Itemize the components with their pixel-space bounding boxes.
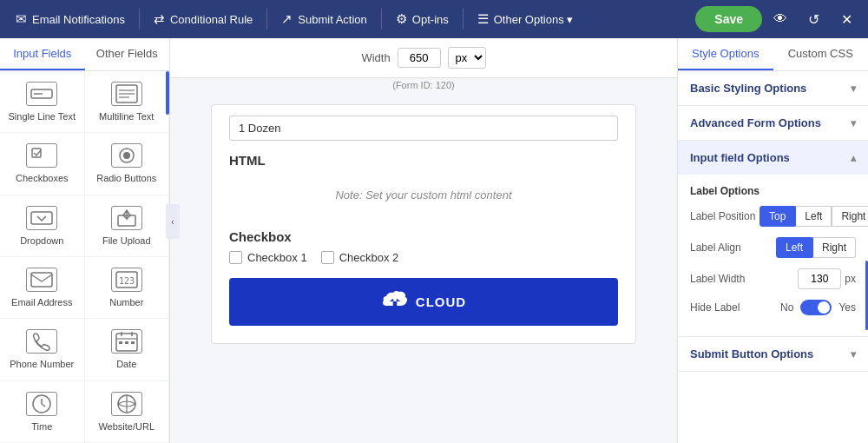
checkbox-item-1[interactable]: Checkbox 1	[229, 251, 307, 264]
field-time[interactable]: Time	[0, 381, 85, 443]
accordion-input-field-arrow: ▴	[851, 152, 856, 164]
single-line-text-icon	[26, 82, 57, 106]
hide-label-row: Hide Label No Yes	[690, 300, 856, 315]
field-multiline-text[interactable]: Multiline Text	[85, 71, 170, 133]
phone-number-label: Phone Number	[10, 359, 74, 369]
hide-label-label: Hide Label	[690, 301, 780, 314]
email-address-icon	[26, 268, 57, 292]
label-position-left[interactable]: Left	[795, 206, 832, 227]
accordion-advanced-form: Advanced Form Options ▾	[678, 106, 868, 141]
form-id: (Form ID: 120)	[170, 78, 677, 96]
label-width-input[interactable]	[798, 268, 841, 289]
number-label: Number	[109, 297, 143, 307]
nav-opt-ins[interactable]: ⚙ Opt-ins	[387, 6, 457, 32]
nav-email-notifications[interactable]: ✉ Email Notifications	[7, 6, 134, 32]
checkbox-box-1	[229, 251, 242, 264]
label-align-left[interactable]: Left	[776, 237, 812, 258]
nav-divider-3	[381, 9, 382, 30]
label-position-row: Label Position Top Left Right	[690, 206, 856, 227]
svg-rect-18	[119, 341, 122, 344]
field-checkboxes[interactable]: Checkboxes	[0, 133, 85, 195]
email-address-label: Email Address	[11, 297, 72, 307]
nav-other-options[interactable]: ☰ Other Options ▾	[469, 6, 582, 32]
accordion-submit-button-header[interactable]: Submit Button Options ▾	[678, 337, 868, 371]
field-radio-buttons[interactable]: Radio Buttons	[85, 133, 170, 195]
checkbox-section-label: Checkbox	[229, 229, 618, 244]
label-width-field: px	[798, 268, 856, 289]
html-note: Note: Set your custom html content	[229, 175, 618, 215]
field-single-line-text[interactable]: Single Line Text	[0, 71, 85, 133]
unit-select[interactable]: px %	[448, 47, 486, 69]
file-upload-icon	[111, 206, 142, 230]
dropdown-icon	[26, 206, 57, 230]
field-date[interactable]: Date	[85, 319, 170, 380]
email-icon: ✉	[16, 11, 27, 27]
preview-button[interactable]: 👁	[766, 4, 795, 34]
multiline-text-icon	[111, 82, 142, 106]
label-width-label: Label Width	[690, 273, 798, 285]
submit-text-preview: CLOUD	[416, 294, 466, 309]
checkbox-label-1: Checkbox 1	[247, 251, 307, 264]
time-label: Time	[31, 421, 52, 432]
date-label: Date	[116, 359, 136, 369]
tab-custom-css[interactable]: Custom CSS	[773, 38, 869, 70]
label-width-row: Label Width px	[690, 268, 856, 289]
field-email-address[interactable]: Email Address	[0, 257, 85, 319]
accordion-basic-styling: Basic Styling Options ▾	[678, 71, 868, 106]
tab-style-options[interactable]: Style Options	[678, 38, 773, 70]
close-button[interactable]: ✕	[832, 4, 861, 34]
nav-conditional-rule[interactable]: ⇄ Conditional Rule	[145, 6, 261, 32]
other-options-icon: ☰	[477, 11, 489, 27]
nav-submit-action[interactable]: ↗ Submit Action	[273, 6, 376, 32]
label-align-right[interactable]: Right	[812, 237, 856, 258]
field-dropdown[interactable]: Dropdown	[0, 195, 85, 257]
checkbox-section: Checkbox Checkbox 1 Checkbox 2	[229, 229, 618, 264]
html-section-label: HTML	[229, 153, 618, 168]
label-position-top[interactable]: Top	[760, 206, 795, 227]
field-file-upload[interactable]: File Upload	[85, 195, 170, 257]
field-number[interactable]: 123 Number	[85, 257, 170, 319]
width-label: Width	[361, 51, 390, 64]
conditional-icon: ⇄	[154, 11, 165, 27]
accordion-input-field-label: Input field Options	[690, 151, 790, 164]
tab-other-fields[interactable]: Other Fields	[85, 38, 170, 70]
submit-button-preview: CLOUD	[229, 278, 618, 326]
refresh-button[interactable]: ↺	[799, 4, 828, 34]
accordion-submit-button-arrow: ▾	[851, 348, 856, 360]
svg-rect-20	[131, 341, 135, 344]
checkboxes-label: Checkboxes	[16, 173, 69, 183]
width-input[interactable]	[398, 48, 441, 68]
checkbox-label-2: Checkbox 2	[339, 251, 399, 264]
nav-divider-2	[266, 9, 267, 30]
label-align-row: Label Align Left Right	[690, 237, 856, 258]
svg-line-23	[42, 404, 45, 407]
accordion-input-field-content: Label Options Label Position Top Left Ri…	[678, 175, 868, 336]
label-position-right[interactable]: Right	[832, 206, 868, 227]
form-dropdown[interactable]: 1 Dozen	[229, 116, 618, 141]
collapse-panel-button[interactable]: ‹	[166, 204, 180, 239]
phone-number-icon	[26, 329, 57, 354]
radio-buttons-icon	[111, 143, 142, 168]
checkbox-item-2[interactable]: Checkbox 2	[321, 251, 399, 264]
hide-label-toggle[interactable]	[800, 300, 832, 315]
submit-icon: ↗	[281, 11, 293, 27]
fields-grid: Single Line Text Multiline Text Checkbox…	[0, 71, 169, 443]
accordion-advanced-form-header[interactable]: Advanced Form Options ▾	[678, 106, 868, 140]
save-button[interactable]: Save	[695, 6, 762, 32]
svg-text:123: 123	[119, 276, 135, 286]
multiline-text-label: Multiline Text	[99, 111, 154, 122]
accordion-advanced-form-arrow: ▾	[851, 117, 856, 129]
field-phone-number[interactable]: Phone Number	[0, 319, 85, 380]
label-width-unit: px	[845, 273, 856, 285]
svg-rect-11	[31, 273, 52, 287]
accordion-basic-styling-header[interactable]: Basic Styling Options ▾	[678, 71, 868, 105]
field-website-url[interactable]: Website/URL	[85, 381, 170, 443]
center-panel: Width px % (Form ID: 120) 1 Dozen HTML N…	[170, 38, 677, 443]
file-upload-label: File Upload	[102, 235, 151, 246]
checkboxes-icon	[26, 143, 57, 168]
svg-point-8	[123, 152, 130, 159]
tab-input-fields[interactable]: Input Fields	[0, 38, 85, 70]
accordion-input-field-header[interactable]: Input field Options ▴	[678, 141, 868, 175]
date-icon	[111, 329, 142, 354]
toggle-knob	[818, 301, 830, 314]
